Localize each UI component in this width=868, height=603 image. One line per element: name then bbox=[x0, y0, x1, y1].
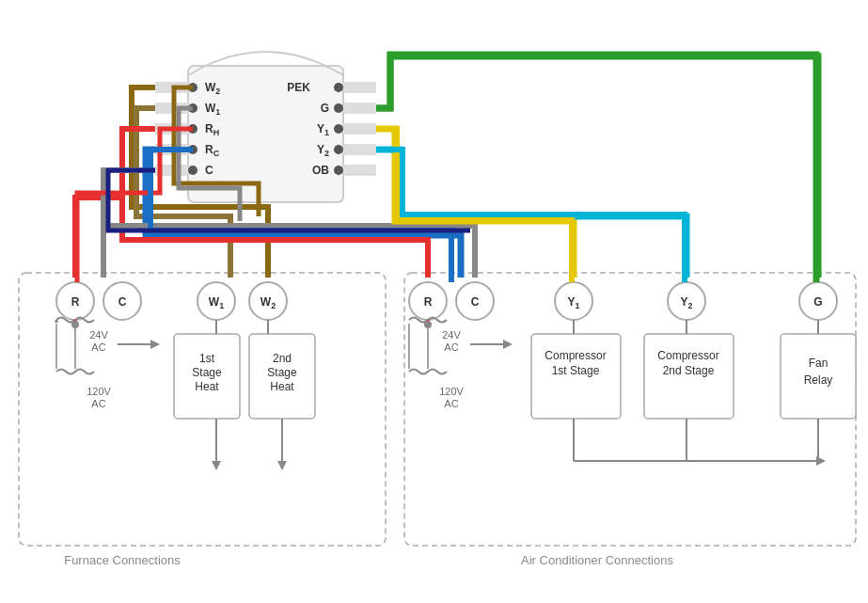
ac-bottom-arrow bbox=[816, 456, 826, 466]
g-wire-green-detail bbox=[376, 55, 816, 282]
box-1st-heat-label2: Stage bbox=[192, 366, 222, 379]
terminal-dot-PEK bbox=[334, 83, 343, 92]
wire-G-green bbox=[376, 56, 818, 278]
terminal-dot-C-left bbox=[188, 166, 197, 175]
ac-24v-arrow bbox=[503, 340, 513, 349]
terminal-label-C-left: C bbox=[205, 164, 213, 177]
furnace-transformer-bottom bbox=[56, 370, 94, 374]
furnace-120v-label: 120V bbox=[87, 386, 111, 397]
terminal-dot-Y1-right bbox=[334, 124, 343, 134]
furnace-24v-label: 24V bbox=[89, 329, 108, 341]
box-2nd-heat-label2: Stage bbox=[267, 366, 297, 379]
ac-24v-label: 24V bbox=[442, 329, 461, 341]
box-fan-label1: Fan bbox=[809, 357, 829, 370]
furnace-24v-arrow bbox=[150, 340, 160, 349]
ac-section-label: Air Conditioner Connections bbox=[521, 553, 673, 567]
diagram-container: Furnace Connections Air Conditioner Conn… bbox=[0, 0, 868, 603]
terminal-R-furnace-label: R bbox=[71, 295, 80, 309]
box-2nd-heat-label3: Heat bbox=[270, 380, 294, 393]
box2-arrow-down bbox=[277, 461, 287, 470]
terminal-dot-G-right bbox=[334, 103, 343, 113]
furnace-24v-ac-label: AC bbox=[91, 341, 105, 353]
terminal-R-ac-label: R bbox=[424, 295, 433, 309]
box-1st-heat-label3: Heat bbox=[195, 380, 219, 393]
ac-120v-ac-label: AC bbox=[444, 398, 458, 409]
box-comp1-label1: Compressor bbox=[544, 349, 606, 362]
box-comp2-label2: 2nd Stage bbox=[663, 364, 715, 377]
box-2nd-heat-label1: 2nd bbox=[273, 352, 292, 365]
terminal-C-furnace-label: C bbox=[118, 295, 127, 309]
main-diagram: Furnace Connections Air Conditioner Conn… bbox=[0, 0, 868, 603]
terminal-G-label: G bbox=[813, 295, 822, 309]
terminal-dot-Y2-right bbox=[334, 145, 343, 154]
furnace-section-label: Furnace Connections bbox=[64, 553, 181, 567]
box-fan-label2: Relay bbox=[804, 373, 833, 387]
box-1st-heat-label1: 1st bbox=[199, 352, 215, 365]
terminal-label-G-right: G bbox=[321, 102, 329, 115]
box1-arrow-down bbox=[212, 461, 221, 470]
terminal-dot-OB bbox=[334, 166, 343, 175]
ac-dot-R bbox=[424, 321, 432, 328]
ac-24v-ac-label: AC bbox=[444, 341, 458, 353]
terminal-label-PEK: PEK bbox=[287, 81, 310, 94]
ac-120v-label: 120V bbox=[439, 386, 464, 397]
y2-wire-cyan-detail bbox=[376, 150, 685, 282]
furnace-120v-ac-label: AC bbox=[91, 398, 105, 409]
terminal-C-ac-label: C bbox=[471, 295, 480, 309]
box-comp2-label1: Compressor bbox=[657, 349, 718, 362]
box-comp1-label2: 1st Stage bbox=[552, 364, 600, 377]
ac-transformer-bottom bbox=[409, 370, 447, 374]
furnace-dot-R bbox=[71, 321, 79, 328]
terminal-label-OB: OB bbox=[312, 164, 329, 177]
